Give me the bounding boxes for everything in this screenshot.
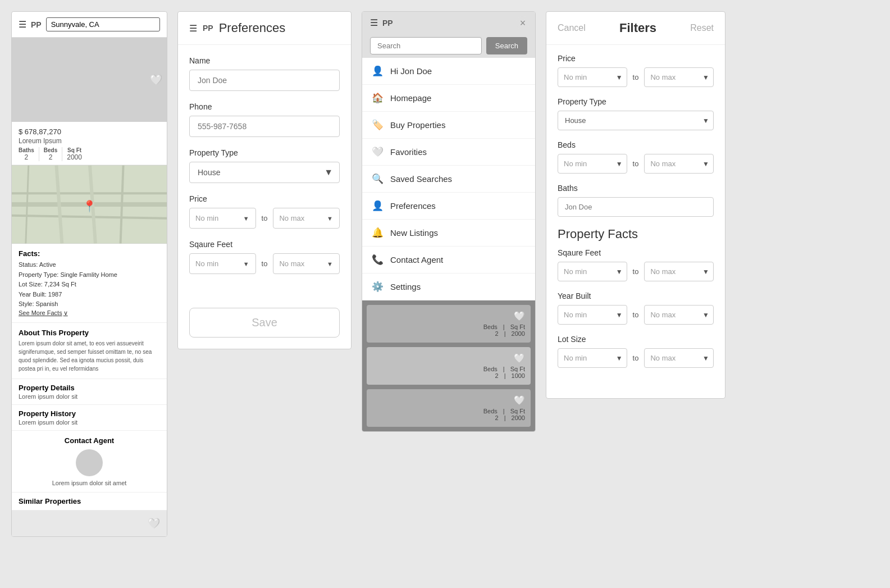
name-input[interactable] [189,70,340,91]
filter-lot-size-min-wrapper: No min ▼ [558,348,627,368]
filter-lot-size-range-row: No min ▼ to No max ▼ [558,348,714,368]
see-more-button[interactable]: See More Facts ∨ [19,309,160,317]
price-min-wrapper: No min ▼ [189,208,256,229]
filter-property-type-select[interactable]: House Condo Townhouse [558,111,714,130]
sqft-label: Sqaure Feet [189,240,340,249]
preferences-panel: ☰ PP Preferences Name Phone Property Typ… [177,11,352,349]
nav-item-saved-searches[interactable]: 🔍 Saved Searches [362,166,535,193]
property-price: $ 678,87,270 [19,127,160,136]
price-min-select[interactable]: No min [189,208,256,229]
filter-price-min-select[interactable]: No min [558,67,627,87]
fact-style: Style: Spanish [19,299,160,309]
filters-body: Price No min ▼ to No max ▼ Property T [546,45,725,387]
nav-label-homepage: Homepage [390,93,431,103]
filter-baths-group: Baths [558,184,714,217]
about-title: About This Property [19,329,160,337]
property-address: Loreum Ipsum [19,137,160,145]
bottom-favorite-icon[interactable]: 🤍 [148,517,160,530]
filter-sqft-max-wrapper: No max ▼ [644,262,714,281]
nav-card-1-heart[interactable]: 🤍 [372,311,525,321]
nav-label-buy: Buy Properties [390,120,445,130]
nav-item-buy-properties[interactable]: 🏷️ Buy Properties [362,112,535,139]
nav-card-3: 🤍 Beds | Sq Ft 2 | 2000 [367,389,531,427]
filter-beds-group: Beds No min ▼ to No max ▼ [558,140,714,174]
filter-sqft-min-select[interactable]: No min [558,262,627,281]
fact-year-built: Year Built: 1987 [19,290,160,300]
filters-panel: Cancel Filters Reset Price No min ▼ to N… [546,11,725,399]
fact-property-type: Property Type: Single Famlity Home [19,270,160,280]
nav-label-preferences: Preferences [390,201,436,211]
nav-item-contact-agent[interactable]: 📞 Contact Agent [362,247,535,274]
filter-price-max-wrapper: No max ▼ [644,67,714,87]
heart-icon: 🤍 [371,146,384,158]
property-type-label: Property Type [189,148,340,157]
nav-top-bar: ☰ PP × [362,12,535,34]
facts-section: Facts: Status: Active Property Type: Sin… [12,244,167,323]
nav-hamburger-icon[interactable]: ☰ [370,17,378,28]
sqft-min-select[interactable]: No min [189,253,256,274]
close-icon[interactable]: × [516,16,530,30]
nav-card-2-heart[interactable]: 🤍 [372,353,525,363]
property-facts-title: Property Facts [558,227,714,241]
nav-item-preferences[interactable]: 👤 Preferences [362,193,535,220]
pref-hamburger-icon[interactable]: ☰ [189,23,197,34]
sqft-max-select[interactable]: No max [273,253,340,274]
filter-sqft-min-wrapper: No min ▼ [558,262,627,281]
price-label: Price [189,194,340,203]
nav-search-input[interactable] [370,37,482,54]
filter-beds-min-wrapper: No min ▼ [558,154,627,174]
nav-card-3-vals: 2 | 2000 [372,414,525,421]
search-input[interactable] [46,17,160,31]
nav-card-3-heart[interactable]: 🤍 [372,395,525,405]
nav-cards-area: 🤍 Beds | Sq Ft 2 | 2000 🤍 Beds | Sq Ft 2… [362,300,535,431]
nav-item-favorities[interactable]: 🤍 Favorities [362,139,535,166]
sqft-min-wrapper: No min ▼ [189,253,256,274]
favorite-icon[interactable]: 🤍 [150,74,162,86]
reset-button[interactable]: Reset [690,23,714,33]
property-type-select[interactable]: House Condo Townhouse [189,162,340,183]
sqft-max-wrapper: No max ▼ [273,253,340,274]
nav-card-1-vals: 2 | 2000 [372,330,525,337]
filter-beds-max-select[interactable]: No max [644,154,714,174]
nav-item-new-listings[interactable]: 🔔 New Listings [362,220,535,247]
filter-beds-max-wrapper: No max ▼ [644,154,714,174]
fact-lot-size: Lot Size: 7,234 Sq Ft [19,280,160,290]
map-area[interactable]: 📍 [12,165,167,244]
filter-lot-size-max-select[interactable]: No max [644,348,714,368]
facts-title: Facts: [19,249,160,258]
sqft-range-row: No min ▼ to No max ▼ [189,253,340,274]
phone-input[interactable] [189,116,340,137]
filter-property-type-wrapper: House Condo Townhouse ▼ [558,111,714,130]
nav-item-settings[interactable]: ⚙️ Settings [362,274,535,300]
baths-stat: Baths 2 [19,147,39,161]
filter-sqft-max-select[interactable]: No max [644,262,714,281]
similar-title: Similar Properties [19,497,160,505]
bottom-card: 🤍 [12,510,167,536]
hamburger-icon[interactable]: ☰ [19,19,26,30]
filter-year-built-min-select[interactable]: No min [558,305,627,325]
price-max-select[interactable]: No max [273,208,340,229]
filters-title: Filters [619,21,656,35]
filter-beds-min-select[interactable]: No min [558,154,627,174]
nav-item-hi-jon[interactable]: 👤 Hi Jon Doe [362,58,535,85]
filter-baths-input[interactable] [558,197,714,217]
save-button[interactable]: Save [189,308,340,338]
pref-pp-logo: PP [203,24,213,33]
nav-item-homepage[interactable]: 🏠 Homepage [362,85,535,112]
filter-year-built-max-select[interactable]: No max [644,305,714,325]
filter-lot-size-group: Lot Size No min ▼ to No max ▼ [558,335,714,368]
filter-property-type-label: Property Type [558,97,714,106]
price-max-wrapper: No max ▼ [273,208,340,229]
property-history-section: Property History Lorem ipsum dolor sit [12,405,167,431]
nav-search-button[interactable]: Search [486,37,527,54]
preferences-header: ☰ PP Preferences [178,12,351,45]
filter-year-built-label: Year Built [558,291,714,300]
filter-lot-size-min-select[interactable]: No min [558,348,627,368]
cancel-button[interactable]: Cancel [558,23,586,33]
filter-year-built-range-row: No min ▼ to No max ▼ [558,305,714,325]
property-stats: Baths 2 Beds 2 Sq Ft 2000 [19,147,160,161]
name-label: Name [189,56,340,65]
filter-price-max-select[interactable]: No max [644,67,714,87]
filter-price-range-row: No min ▼ to No max ▼ [558,67,714,87]
agent-avatar [76,449,103,476]
